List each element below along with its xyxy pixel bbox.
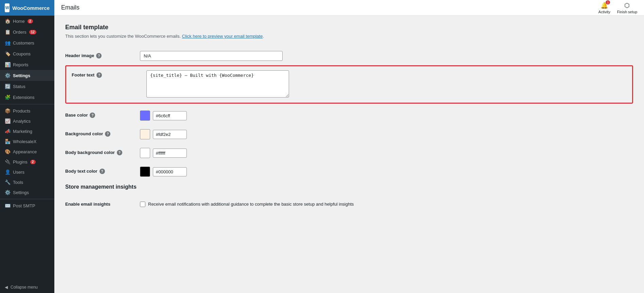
appearance-icon: 🎨 bbox=[5, 149, 10, 154]
sidebar-item-products[interactable]: 📦 Products bbox=[0, 106, 54, 116]
section-desc-text: This section lets you customize the WooC… bbox=[65, 34, 181, 39]
sidebar-item-reports[interactable]: 📊 Reports bbox=[0, 59, 54, 70]
header-image-help-icon[interactable]: ? bbox=[96, 53, 102, 58]
sidebar-item-plugins[interactable]: 🔌 Plugins 2 bbox=[0, 157, 54, 167]
body-bg-color-swatch[interactable] bbox=[140, 148, 150, 158]
store-insights-title: Store management insights bbox=[65, 184, 633, 190]
home-icon: 🏠 bbox=[5, 18, 10, 24]
sidebar-item-users[interactable]: 👤 Users bbox=[0, 167, 54, 177]
settings2-icon: ⚙️ bbox=[5, 190, 10, 195]
email-insights-checkbox-row: Receive email notifications with additio… bbox=[140, 201, 633, 208]
sidebar-item-coupons[interactable]: 🏷️ Coupons bbox=[0, 48, 54, 59]
sidebar-label-home: Home bbox=[13, 19, 25, 24]
activity-badge: 1 bbox=[606, 0, 610, 4]
sidebar-item-tools[interactable]: 🔧 Tools bbox=[0, 177, 54, 187]
footer-text-input[interactable]: {site_title} — Built with {WooCommerce} bbox=[146, 70, 289, 98]
activity-button[interactable]: 🔔 1 Activity bbox=[598, 2, 610, 14]
sidebar-label-orders: Orders bbox=[13, 30, 26, 35]
background-color-field bbox=[140, 129, 633, 139]
sidebar-item-orders[interactable]: 📋 Orders 12 bbox=[0, 27, 54, 37]
sidebar-item-appearance[interactable]: 🎨 Appearance bbox=[0, 146, 54, 157]
sidebar-item-customers[interactable]: 👥 Customers bbox=[0, 37, 54, 48]
sidebar-label-products: Products bbox=[13, 108, 30, 114]
base-color-help-icon[interactable]: ? bbox=[90, 113, 95, 118]
sidebar-label-customers: Customers bbox=[13, 40, 34, 46]
sidebar-item-home[interactable]: 🏠 Home 2 bbox=[0, 16, 54, 27]
background-color-help-icon[interactable]: ? bbox=[105, 131, 110, 137]
sidebar-label-status: Status bbox=[13, 84, 25, 89]
enable-email-insights-field: Receive email notifications with additio… bbox=[140, 200, 633, 208]
finish-setup-label: Finish setup bbox=[617, 10, 637, 14]
footer-text-label: Footer text ? bbox=[72, 70, 146, 78]
plugins-icon: 🔌 bbox=[5, 159, 10, 165]
sidebar-item-settings2[interactable]: ⚙️ Settings bbox=[0, 187, 54, 197]
header-image-input[interactable] bbox=[140, 51, 283, 61]
sidebar-label-plugins: Plugins bbox=[13, 159, 28, 165]
sidebar-item-marketing[interactable]: 📣 Marketing bbox=[0, 126, 54, 136]
content-area: Email template This section lets you cus… bbox=[54, 16, 644, 293]
base-color-row: Base color ? bbox=[65, 106, 633, 125]
body-text-color-swatch[interactable] bbox=[140, 167, 150, 177]
body-bg-color-help-icon[interactable]: ? bbox=[117, 150, 122, 155]
background-color-input[interactable] bbox=[153, 130, 187, 139]
body-bg-color-controls bbox=[140, 148, 633, 158]
background-color-controls bbox=[140, 129, 633, 139]
activity-icon: 🔔 1 bbox=[601, 2, 608, 9]
main-area: Emails 🔔 1 Activity ⬡ Finish setup Email… bbox=[54, 0, 644, 293]
sidebar-label-settings2: Settings bbox=[13, 190, 29, 195]
sidebar-logo[interactable]: W WooCommerce bbox=[0, 0, 54, 16]
enable-email-insights-row: Enable email insights Receive email noti… bbox=[65, 195, 633, 212]
users-icon: 👤 bbox=[5, 169, 10, 175]
sidebar-item-settings[interactable]: ⚙️ Settings bbox=[0, 70, 54, 81]
sidebar-item-wholesalex[interactable]: 🏪 WholesaleX bbox=[0, 136, 54, 146]
header-image-row: Header image ? bbox=[65, 47, 633, 65]
activity-label: Activity bbox=[598, 10, 610, 14]
sidebar-label-users: Users bbox=[13, 170, 24, 175]
marketing-icon: 📣 bbox=[5, 128, 10, 134]
finish-setup-button[interactable]: ⬡ Finish setup bbox=[617, 2, 637, 14]
background-color-row: Background color ? bbox=[65, 125, 633, 144]
sidebar-item-extensions[interactable]: 🧩 Extensions bbox=[0, 92, 54, 103]
background-color-label: Background color ? bbox=[65, 129, 140, 137]
background-color-swatch[interactable] bbox=[140, 129, 150, 139]
preview-link[interactable]: Click here to preview your email templat… bbox=[182, 34, 263, 39]
sidebar-label-wholesalex: WholesaleX bbox=[13, 139, 36, 144]
extensions-icon: 🧩 bbox=[5, 94, 10, 100]
reports-icon: 📊 bbox=[5, 62, 10, 67]
wholesalex-icon: 🏪 bbox=[5, 139, 10, 144]
header-image-label: Header image ? bbox=[65, 51, 140, 58]
base-color-label: Base color ? bbox=[65, 110, 140, 118]
customers-icon: 👥 bbox=[5, 40, 10, 46]
base-color-swatch[interactable] bbox=[140, 110, 150, 121]
body-bg-color-input[interactable] bbox=[153, 149, 187, 158]
sidebar: W WooCommerce 🏠 Home 2 📋 Orders 12 👥 Cus… bbox=[0, 0, 54, 293]
body-text-color-controls bbox=[140, 167, 633, 177]
tools-icon: 🔧 bbox=[5, 179, 10, 185]
sidebar-label-post-smtp: Post SMTP bbox=[13, 203, 35, 208]
collapse-menu-button[interactable]: ◀ Collapse menu bbox=[0, 281, 54, 293]
sidebar-label-marketing: Marketing bbox=[13, 129, 32, 134]
base-color-field bbox=[140, 110, 633, 121]
email-insights-desc: Receive email notifications with additio… bbox=[148, 201, 354, 208]
section-title: Email template bbox=[65, 24, 633, 31]
footer-text-highlighted-row: Footer text ? {site_title} — Built with … bbox=[65, 65, 633, 104]
analytics-icon: 📈 bbox=[5, 118, 10, 124]
enable-email-insights-checkbox[interactable] bbox=[140, 202, 145, 207]
base-color-input[interactable] bbox=[153, 111, 187, 120]
coupons-icon: 🏷️ bbox=[5, 51, 10, 56]
body-text-color-help-icon[interactable]: ? bbox=[100, 169, 105, 174]
footer-text-help-icon[interactable]: ? bbox=[96, 72, 102, 78]
body-text-color-field bbox=[140, 167, 633, 177]
sidebar-item-analytics[interactable]: 📈 Analytics bbox=[0, 116, 54, 126]
body-bg-color-field bbox=[140, 148, 633, 158]
body-bg-color-label: Body background color ? bbox=[65, 148, 140, 155]
enable-email-insights-label: Enable email insights bbox=[65, 200, 140, 207]
sidebar-item-status[interactable]: 🔄 Status bbox=[0, 81, 54, 92]
sidebar-label-settings: Settings bbox=[13, 73, 30, 78]
sidebar-item-post-smtp[interactable]: ✉️ Post SMTP bbox=[0, 201, 54, 211]
sidebar-label-tools: Tools bbox=[13, 180, 23, 185]
orders-icon: 📋 bbox=[5, 29, 10, 35]
page-title: Emails bbox=[61, 4, 79, 11]
body-text-color-input[interactable] bbox=[153, 167, 187, 176]
settings-icon: ⚙️ bbox=[5, 73, 10, 78]
